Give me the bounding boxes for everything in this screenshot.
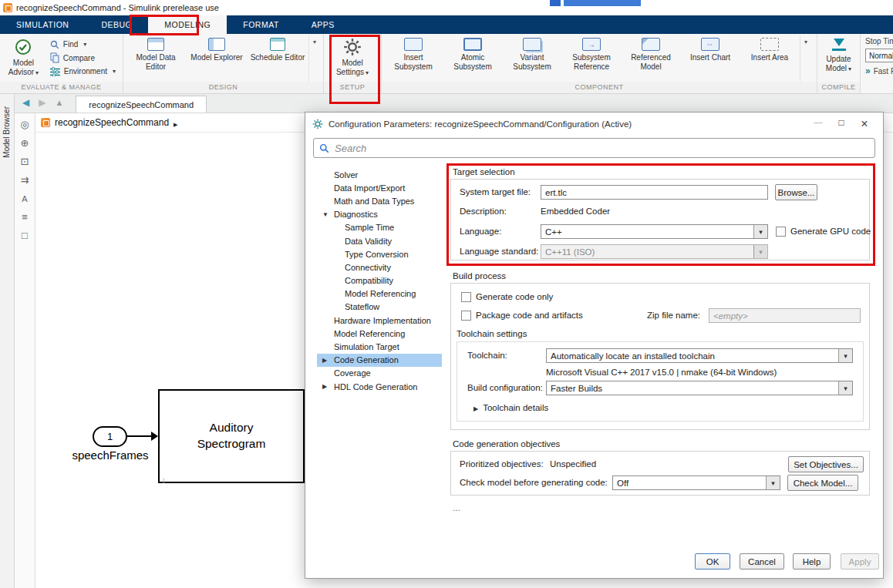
tree-item-compatibility[interactable]: Compatibility — [317, 274, 442, 287]
search-input[interactable]: Search — [313, 138, 875, 158]
tree-item-math-and-data-types[interactable]: Math and Data Types — [317, 194, 442, 207]
model-browser-strip[interactable]: Model Browser — [0, 94, 15, 588]
tree-item-model-referencing[interactable]: Model Referencing — [317, 327, 442, 340]
atomic-subsystem-button[interactable]: Atomic Subsystem — [443, 35, 502, 82]
zip-file-name-value: <empty> — [713, 311, 748, 321]
tab-debug[interactable]: DEBUG — [85, 15, 148, 34]
update-model-label: Update Model — [820, 55, 858, 73]
tab-simulation[interactable]: SIMULATION — [0, 15, 85, 34]
toolchain-settings-title: Toolchain settings — [457, 329, 527, 338]
build-configuration-dropdown[interactable]: Faster Builds — [546, 381, 853, 395]
tree-item-label: Data Import/Export — [334, 183, 405, 193]
help-button[interactable]: Help — [793, 553, 831, 570]
section-label-design: DESIGN — [123, 82, 323, 93]
check-model-button[interactable]: Check Model... — [787, 475, 858, 491]
ok-button[interactable]: OK — [695, 553, 730, 570]
cancel-button[interactable]: Cancel — [740, 553, 784, 570]
tab-modeling[interactable]: MODELING — [148, 15, 227, 34]
close-icon[interactable] — [853, 117, 876, 131]
subsystem-reference-button[interactable]: Subsystem Reference — [562, 35, 621, 82]
tree-item-data-validity[interactable]: Data Validity — [317, 234, 442, 247]
document-tab[interactable]: recognizeSpeechCommand — [76, 96, 207, 113]
search-icon — [319, 143, 329, 153]
compare-button[interactable]: Compare — [47, 52, 119, 65]
annotation-icon[interactable] — [22, 193, 27, 203]
prioritized-objectives-label: Prioritized objectives: — [460, 459, 544, 469]
zoom-icon[interactable] — [21, 138, 29, 148]
tree-item-model-referencing-diag[interactable]: Model Referencing — [317, 287, 442, 301]
tree-item-code-generation[interactable]: ▶Code Generation — [317, 354, 442, 367]
package-code-checkbox[interactable] — [461, 311, 471, 321]
expander-icon[interactable]: ▶ — [322, 357, 327, 364]
back-icon[interactable] — [22, 95, 29, 109]
ribbon-toolbar: Model Advisor Find Compare Environment — [0, 34, 893, 94]
breadcrumb-model-name[interactable]: recognizeSpeechCommand — [55, 117, 169, 128]
tree-item-simulation-target[interactable]: Simulation Target — [317, 340, 442, 353]
check-model-dropdown[interactable]: Off — [612, 475, 780, 490]
tab-format[interactable]: FORMAT — [227, 15, 295, 34]
tree-item-diagnostics[interactable]: ▼Diagnostics — [317, 208, 442, 221]
model-explorer-button[interactable]: Model Explorer — [187, 35, 247, 82]
sim-mode-dropdown[interactable]: Normal — [865, 49, 893, 62]
browse-button[interactable]: Browse... — [775, 184, 817, 200]
signal-wire[interactable] — [127, 435, 153, 437]
tree-item-solver[interactable]: Solver — [317, 168, 442, 181]
tree-item-coverage[interactable]: Coverage — [317, 367, 442, 380]
fit-to-view-icon[interactable] — [21, 156, 29, 166]
tree-item-sample-time[interactable]: Sample Time — [317, 221, 442, 234]
generate-code-only-checkbox[interactable] — [461, 292, 471, 302]
component-gallery-expand-button[interactable] — [800, 35, 811, 82]
fast-restart-toggle[interactable]: Fast Restart — [865, 66, 893, 76]
model-data-editor-button[interactable]: Model Data Editor — [126, 35, 186, 82]
apply-button[interactable]: Apply — [841, 553, 879, 570]
auditory-spectrogram-block[interactable]: Auditory Spectrogram — [158, 389, 305, 483]
area-select-icon[interactable] — [22, 230, 28, 240]
tree-item-stateflow[interactable]: Stateflow — [317, 301, 442, 314]
build-configuration-value: Faster Builds — [551, 384, 602, 393]
system-target-file-field[interactable]: ert.tlc — [541, 185, 768, 200]
zip-file-name-field[interactable]: <empty> — [709, 308, 861, 323]
referenced-model-button[interactable]: Referenced Model — [622, 35, 680, 82]
expander-icon[interactable]: ▼ — [322, 211, 329, 218]
find-label: Find — [63, 40, 78, 49]
toolchain-dropdown[interactable]: Automatically locate an installed toolch… — [546, 348, 853, 363]
fast-restart-icon — [865, 66, 871, 76]
inport-block[interactable]: 1 — [93, 426, 127, 447]
tree-item-connectivity[interactable]: Connectivity — [317, 260, 442, 274]
design-gallery-expand-button[interactable] — [308, 35, 320, 82]
model-settings-button[interactable]: Model Settings — [328, 35, 377, 82]
schedule-editor-button[interactable]: Schedule Editor — [248, 35, 308, 82]
section-label-setup: SETUP — [324, 82, 381, 93]
tree-item-label: HDL Code Generation — [334, 382, 417, 391]
forward-icon[interactable] — [39, 95, 45, 109]
tree-item-hardware-implementation[interactable]: Hardware Implementation — [317, 314, 442, 327]
dialog-titlebar[interactable]: Configuration Parameters: recognizeSpeec… — [305, 113, 883, 136]
find-button[interactable]: Find — [47, 38, 119, 51]
up-to-parent-icon[interactable] — [55, 95, 63, 109]
minimize-icon[interactable] — [807, 117, 830, 131]
maximize-icon[interactable] — [830, 117, 853, 131]
language-dropdown[interactable]: C++ — [541, 224, 768, 239]
breadcrumb-caret-icon[interactable] — [174, 116, 177, 129]
model-advisor-button[interactable]: Model Advisor — [2, 35, 45, 82]
gear-icon — [343, 38, 362, 56]
generate-gpu-code-checkbox[interactable] — [776, 227, 786, 237]
environment-button[interactable]: Environment — [47, 65, 119, 78]
tab-apps[interactable]: APPS — [295, 15, 351, 34]
tree-item-data-import-export[interactable]: Data Import/Export — [317, 181, 442, 194]
tree-item-hdl-code-generation[interactable]: ▶HDL Code Generation — [317, 380, 442, 393]
language-standard-dropdown[interactable]: C++11 (ISO) — [541, 244, 768, 259]
update-arrows-icon[interactable] — [21, 175, 29, 185]
update-model-icon — [831, 38, 847, 52]
signal-label-icon[interactable] — [22, 212, 28, 222]
insert-subsystem-button[interactable]: Insert Subsystem — [384, 35, 443, 82]
variant-subsystem-button[interactable]: Variant Subsystem — [503, 35, 561, 82]
set-objectives-button[interactable]: Set Objectives... — [788, 456, 864, 472]
toolchain-details-expander[interactable]: Toolchain details — [473, 403, 548, 412]
expander-icon[interactable]: ▶ — [322, 383, 327, 390]
target-icon[interactable] — [20, 119, 29, 129]
tree-item-type-conversion[interactable]: Type Conversion — [317, 247, 442, 260]
insert-area-button[interactable]: Insert Area — [740, 35, 799, 82]
insert-chart-button[interactable]: Insert Chart — [681, 35, 740, 82]
update-model-button[interactable]: Update Model — [820, 35, 858, 82]
